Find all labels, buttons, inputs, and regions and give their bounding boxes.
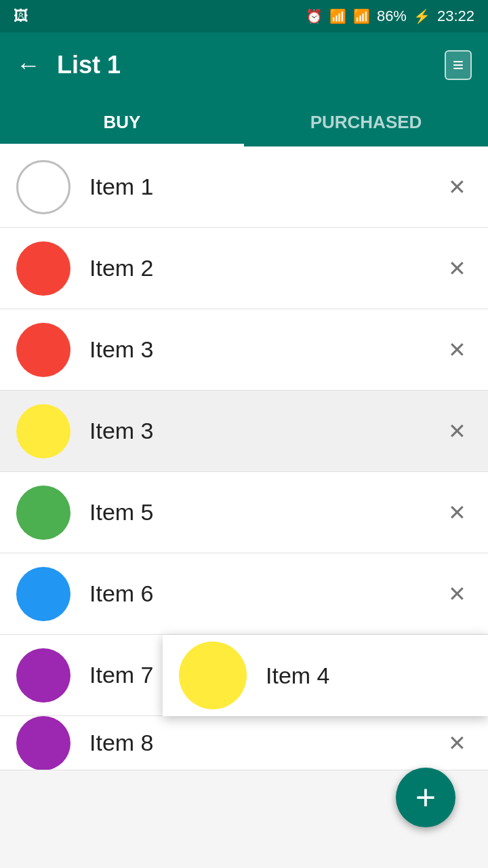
- list-item: Item 2 ✕: [0, 228, 488, 309]
- item-label: Item 8: [89, 730, 443, 756]
- item-label: Item 3: [89, 418, 443, 444]
- status-bar: 🖼 ⏰ 📶 📶 86% ⚡ 23:22: [0, 0, 488, 33]
- add-button[interactable]: +: [396, 768, 455, 827]
- tabs: BUY PURCHASED: [0, 98, 488, 146]
- item-color-dot: [16, 241, 70, 296]
- list-item: Item 1 ✕: [0, 146, 488, 228]
- list-item: Item 3 ✕: [0, 309, 488, 391]
- tab-buy[interactable]: BUY: [0, 98, 244, 146]
- list-item: Item 8 ✕: [0, 716, 488, 770]
- item-label: Item 5: [89, 499, 443, 526]
- item-color-dot: [16, 567, 70, 621]
- drag-preview-label: Item 4: [266, 663, 472, 689]
- item-color-dot: [16, 716, 70, 770]
- item-color-dot: [16, 404, 70, 458]
- item-label: Item 6: [89, 580, 443, 607]
- alarm-icon: ⏰: [306, 8, 323, 24]
- delete-button[interactable]: ✕: [443, 332, 472, 368]
- list-item-dragging-source: Item 3 ✕: [0, 391, 488, 472]
- toolbar: ← List 1 ≡: [0, 33, 488, 98]
- photo-icon: 🖼: [14, 7, 28, 24]
- delete-button[interactable]: ✕: [443, 576, 472, 612]
- item-label: Item 3: [89, 336, 443, 363]
- list-container: Item 1 ✕ Item 2 ✕ Item 3 ✕ Item 3 ✕ Item…: [0, 146, 488, 770]
- delete-button[interactable]: ✕: [443, 725, 472, 762]
- item-color-dot: [16, 486, 70, 540]
- drag-preview-dot: [179, 642, 247, 709]
- delete-button[interactable]: ✕: [443, 413, 472, 450]
- tab-purchased[interactable]: PURCHASED: [244, 98, 488, 146]
- signal-icon: 📶: [353, 8, 370, 24]
- delete-button[interactable]: ✕: [443, 250, 472, 287]
- item-color-dot: [16, 323, 70, 377]
- page-title: List 1: [57, 51, 445, 79]
- item-color-dot: [16, 160, 70, 214]
- list-item: Item 6 ✕: [0, 553, 488, 635]
- drag-preview: Item 4: [163, 635, 488, 716]
- item-label: Item 2: [89, 255, 443, 281]
- delete-button[interactable]: ✕: [443, 169, 472, 205]
- item-color-dot: [16, 648, 70, 703]
- delete-button[interactable]: ✕: [443, 494, 472, 531]
- status-bar-left: 🖼: [14, 7, 28, 25]
- menu-button[interactable]: ≡: [445, 50, 472, 80]
- time-text: 23:22: [437, 7, 474, 25]
- battery-icon: ⚡: [413, 8, 430, 24]
- item-label: Item 1: [89, 174, 443, 200]
- sim-icon: 📶: [329, 8, 346, 24]
- back-button[interactable]: ←: [16, 51, 41, 79]
- list-item: Item 5 ✕: [0, 472, 488, 553]
- battery-text: 86%: [377, 7, 407, 25]
